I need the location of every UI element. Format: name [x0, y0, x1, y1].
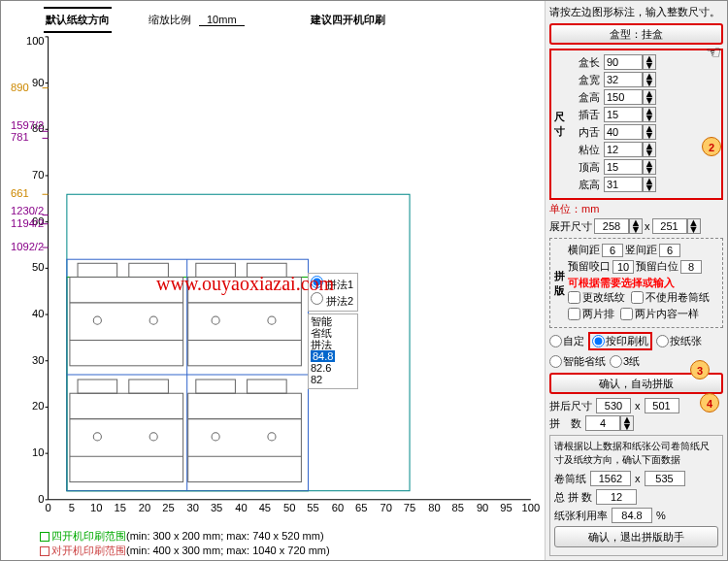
dim-input-2[interactable]: [604, 89, 643, 105]
total-input[interactable]: [596, 489, 637, 505]
svg-text:10: 10: [90, 502, 102, 513]
svg-rect-87: [248, 380, 287, 393]
dim-input-4[interactable]: [604, 124, 643, 140]
dim-label: 顶高: [571, 160, 600, 175]
count-input[interactable]: [585, 415, 620, 431]
svg-text:1230/2: 1230/2: [11, 205, 44, 216]
svg-rect-85: [188, 393, 302, 481]
expand-w-input[interactable]: [594, 218, 629, 234]
radio-custom[interactable]: 自定: [549, 334, 584, 348]
spinner-icon[interactable]: ▲▼: [643, 107, 656, 122]
roll-h[interactable]: [645, 471, 685, 486]
after-w[interactable]: [596, 398, 631, 413]
anno-3: 3: [690, 360, 710, 380]
svg-text:80: 80: [428, 502, 440, 513]
svg-text:90: 90: [477, 502, 488, 513]
boxtype-button[interactable]: 盒型：挂盒: [549, 23, 723, 45]
after-h[interactable]: [645, 398, 679, 413]
side-options: 拼法1 拼法2 智能省纸拼法 智能省纸拼法 84.8 82.6 82: [308, 273, 358, 391]
svg-rect-64: [70, 277, 183, 365]
exit-button[interactable]: 确认，退出拼版助手: [554, 526, 718, 547]
dim-label: 盒高: [571, 90, 600, 105]
svg-text:70: 70: [32, 169, 44, 181]
dim-label: 盒长: [571, 55, 600, 70]
svg-rect-73: [248, 263, 287, 277]
svg-text:45: 45: [259, 502, 271, 513]
unit-label: 单位：mm: [549, 203, 599, 214]
dim-input-0[interactable]: [604, 54, 643, 70]
gap-h-input[interactable]: [602, 244, 623, 257]
spinner-icon[interactable]: ▲▼: [629, 218, 643, 234]
svg-text:5: 5: [69, 502, 75, 513]
svg-text:50: 50: [283, 502, 295, 513]
radio-press[interactable]: 按印刷机: [588, 332, 652, 350]
dim-input-3[interactable]: [604, 107, 643, 122]
svg-text:85: 85: [452, 502, 464, 513]
svg-text:20: 20: [32, 400, 44, 412]
svg-rect-79: [78, 380, 117, 393]
layout-opt-1[interactable]: 拼法1: [311, 276, 355, 292]
margin-input[interactable]: [680, 260, 702, 274]
layout-opt-2[interactable]: 拼法2: [311, 292, 355, 309]
chk-roll[interactable]: 不使用卷筒纸: [631, 290, 710, 305]
svg-text:90: 90: [32, 77, 44, 88]
dim-input-7[interactable]: [604, 177, 643, 192]
chk-same[interactable]: 两片内容一样: [620, 307, 699, 321]
roll-w[interactable]: [590, 471, 631, 486]
svg-text:30: 30: [187, 502, 199, 513]
svg-rect-71: [188, 277, 302, 365]
roll-hint: 请根据以上数据和纸张公司卷筒纸尺寸及纸纹方向，确认下面数据: [554, 440, 718, 467]
bleed-input[interactable]: [612, 260, 634, 274]
smart-info: 智能省纸拼法 智能省纸拼法 84.8 82.6 82: [308, 314, 358, 389]
svg-text:1092/2: 1092/2: [11, 241, 44, 252]
svg-point-83: [93, 433, 101, 441]
overlay-note: 可根据需要选择或输入: [568, 276, 718, 290]
svg-rect-65: [78, 263, 117, 277]
spinner-icon[interactable]: ▲▼: [643, 72, 656, 87]
gap-v-input[interactable]: [659, 244, 680, 257]
svg-text:661: 661: [11, 187, 29, 199]
svg-text:35: 35: [211, 502, 222, 513]
svg-text:75: 75: [404, 502, 415, 513]
svg-text:65: 65: [355, 502, 367, 513]
dim-input-1[interactable]: [604, 72, 643, 87]
svg-point-90: [212, 433, 219, 441]
svg-rect-86: [196, 380, 236, 393]
svg-text:70: 70: [380, 502, 391, 513]
dim-label: 内舌: [571, 125, 600, 140]
radio-3paper[interactable]: 3纸: [610, 354, 640, 369]
control-panel: 请按左边图形标注，输入整数尺寸。 盒型：挂盒 尺寸 盒长▲▼盒宽▲▼盒高▲▼插舌…: [545, 1, 727, 560]
svg-point-69: [93, 316, 101, 324]
spinner-icon[interactable]: ▲▼: [643, 177, 656, 192]
dim-label: 粘位: [571, 143, 600, 157]
dim-input-5[interactable]: [604, 142, 643, 157]
input-hint: 请按左边图形标注，输入整数尺寸。: [549, 5, 723, 19]
svg-text:40: 40: [235, 502, 247, 513]
spinner-icon[interactable]: ▲▼: [643, 124, 656, 140]
radio-paper[interactable]: 按纸张: [656, 334, 702, 348]
svg-point-91: [268, 433, 276, 441]
chk-two[interactable]: 两片排: [568, 307, 614, 321]
spinner-icon[interactable]: ▲▼: [643, 89, 656, 105]
layout-method-box: 拼法1 拼法2: [308, 273, 358, 312]
svg-text:60: 60: [332, 502, 344, 513]
expand-h-input[interactable]: [652, 218, 687, 234]
spinner-icon[interactable]: ▲▼: [643, 54, 656, 70]
svg-rect-80: [129, 380, 169, 393]
svg-text:95: 95: [500, 502, 512, 513]
dim-label: 盒宽: [571, 73, 600, 87]
anno-2: 2: [702, 137, 721, 156]
dim-input-6[interactable]: [604, 159, 643, 175]
usage-input[interactable]: [612, 508, 652, 523]
svg-text:890: 890: [11, 82, 29, 93]
svg-point-76: [212, 316, 219, 324]
spinner-icon[interactable]: ▲▼: [643, 142, 656, 157]
svg-text:50: 50: [32, 261, 44, 273]
spinner-icon[interactable]: ▲▼: [620, 415, 634, 431]
pin-section-label: 拼版: [554, 243, 568, 323]
chk-grain[interactable]: 更改纸纹: [568, 290, 625, 305]
spinner-icon[interactable]: ▲▼: [643, 159, 656, 175]
anno-4: 4: [700, 393, 719, 412]
spinner-icon[interactable]: ▲▼: [687, 218, 701, 234]
radio-smart[interactable]: 智能省纸: [549, 354, 606, 369]
